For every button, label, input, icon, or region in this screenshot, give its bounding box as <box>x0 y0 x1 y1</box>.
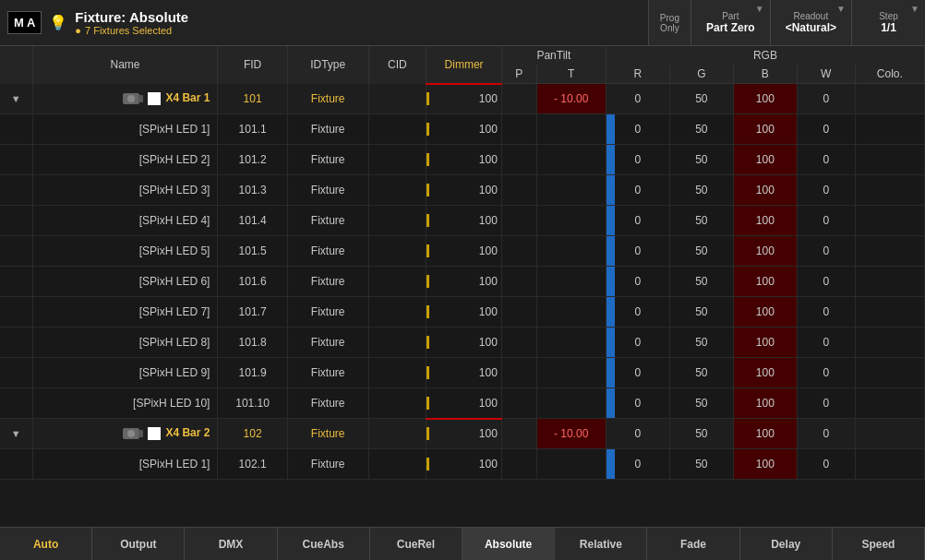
p-cell <box>501 388 536 419</box>
table-row: [SPixH LED 1] 102.1 Fixture 100 0 50 100… <box>0 449 925 480</box>
fid-value: 101.5 <box>239 244 267 257</box>
p-cell <box>501 358 536 388</box>
b-cell: 100 <box>733 236 797 267</box>
w-cell: 0 <box>797 84 855 114</box>
cid-cell <box>368 145 426 175</box>
part-arrow: ▼ <box>755 4 764 14</box>
expand-cell <box>0 236 32 267</box>
toolbar-btn-auto[interactable]: Auto <box>0 528 92 560</box>
p-cell <box>501 145 536 175</box>
prog-label2: Only <box>660 23 679 33</box>
w-cell: 0 <box>797 236 855 267</box>
table-row: [SPixH LED 10] 101.10 Fixture 100 0 50 1… <box>0 388 925 419</box>
p-cell <box>501 236 536 267</box>
table-row: [SPixH LED 3] 101.3 Fixture 100 0 50 100… <box>0 175 925 206</box>
step-label: Step <box>879 11 898 21</box>
toolbar-btn-absolute[interactable]: Absolute <box>462 528 555 560</box>
prog-only-button[interactable]: Prog Only <box>648 0 691 45</box>
r-value: 0 <box>634 123 641 136</box>
top-bar: M A 💡 Fixture: Absolute ● 7 Fixtures Sel… <box>0 0 925 46</box>
table-row: [SPixH LED 9] 101.9 Fixture 100 0 50 100… <box>0 358 925 388</box>
step-button[interactable]: ▼ Step 1/1 <box>851 0 925 45</box>
svg-rect-5 <box>138 430 143 437</box>
cid-cell <box>368 449 426 480</box>
toolbar-btn-output[interactable]: Output <box>92 528 185 560</box>
idtype-cell: Fixture <box>287 236 368 267</box>
idtype-cell: Fixture <box>287 84 368 114</box>
g-cell: 50 <box>669 84 733 114</box>
g-cell: 50 <box>669 145 733 175</box>
th-color: Colo. <box>855 65 924 84</box>
t-cell: - 10.00 <box>536 84 606 114</box>
g-cell: 50 <box>669 114 733 145</box>
dimmer-cell: 100 <box>426 297 502 328</box>
name-cell: [SPixH LED 9] <box>32 358 218 388</box>
idtype-cell: Fixture <box>287 145 368 175</box>
r-cell: 0 <box>606 358 669 388</box>
cid-cell <box>368 328 426 358</box>
expand-cell <box>0 175 32 206</box>
w-cell: 0 <box>797 206 855 236</box>
part-button[interactable]: ▼ Part Part Zero <box>691 0 770 45</box>
fid-cell: 101.6 <box>218 267 287 297</box>
r-value: 0 <box>634 244 641 257</box>
fid-value: 101.10 <box>235 397 270 410</box>
dimmer-value: 100 <box>479 153 498 166</box>
dimmer-cell: 100 <box>426 449 502 480</box>
dimmer-cell: 100 <box>426 84 502 114</box>
p-cell <box>501 449 536 480</box>
g-cell: 50 <box>669 419 733 449</box>
r-value: 0 <box>634 336 641 349</box>
table-row[interactable]: ▼ X4 Bar 1 101 Fixture 100 <box>0 84 925 114</box>
color-cell <box>855 449 924 480</box>
dimmer-cell: 100 <box>426 236 502 267</box>
readout-arrow: ▼ <box>836 4 846 14</box>
name-cell: [SPixH LED 7] <box>32 297 218 328</box>
name-cell: [SPixH LED 6] <box>32 267 218 297</box>
t-cell <box>536 267 606 297</box>
table-row: [SPixH LED 2] 101.2 Fixture 100 0 50 100… <box>0 145 925 175</box>
expand-icon: ▼ <box>11 428 21 439</box>
th-b: B <box>733 65 797 84</box>
r-cell: 0 <box>606 328 669 358</box>
cid-cell <box>368 175 426 206</box>
toolbar-btn-speed[interactable]: Speed <box>833 528 925 560</box>
fid-cell: 101.1 <box>218 114 287 145</box>
name-cell: [SPixH LED 1] <box>32 114 218 145</box>
toolbar-btn-delay[interactable]: Delay <box>740 528 833 560</box>
fid-value: 102 <box>244 427 262 440</box>
toolbar-btn-cuerel[interactable]: CueRel <box>370 528 462 560</box>
th-r: R <box>606 65 669 84</box>
dimmer-value: 100 <box>479 427 498 440</box>
fid-value: 101.7 <box>239 305 267 318</box>
color-cell <box>855 84 924 114</box>
expand-cell <box>0 267 32 297</box>
idtype-cell: Fixture <box>287 328 368 358</box>
p-cell <box>501 328 536 358</box>
r-cell: 0 <box>606 114 669 145</box>
table-row: [SPixH LED 6] 101.6 Fixture 100 0 50 100… <box>0 267 925 297</box>
name-cell: [SPixH LED 10] <box>32 388 218 419</box>
toolbar-btn-relative[interactable]: Relative <box>555 528 647 560</box>
fid-value: 101.4 <box>239 214 267 227</box>
toolbar-btn-fade[interactable]: Fade <box>647 528 739 560</box>
dimmer-value: 100 <box>479 184 498 197</box>
readout-button[interactable]: ▼ Readout <Natural> <box>770 0 851 45</box>
w-cell: 0 <box>797 388 855 419</box>
table-row[interactable]: ▼ X4 Bar 2 102 Fixture 100 <box>0 419 925 449</box>
color-cell <box>855 206 924 236</box>
p-cell <box>501 297 536 328</box>
expand-cell <box>0 297 32 328</box>
idtype-cell: Fixture <box>287 206 368 236</box>
expand-cell[interactable]: ▼ <box>0 419 32 449</box>
th-rgb-group: RGB <box>606 46 924 65</box>
b-cell: 100 <box>733 419 797 449</box>
r-cell: 0 <box>606 84 669 114</box>
toolbar-btn-cueabs[interactable]: CueAbs <box>278 528 370 560</box>
toolbar-btn-dmx[interactable]: DMX <box>185 528 277 560</box>
th-cid: CID <box>368 46 426 84</box>
cid-cell <box>368 358 426 388</box>
idtype-value: Fixture <box>311 427 345 440</box>
expand-cell[interactable]: ▼ <box>0 84 32 114</box>
b-cell: 100 <box>733 449 797 480</box>
